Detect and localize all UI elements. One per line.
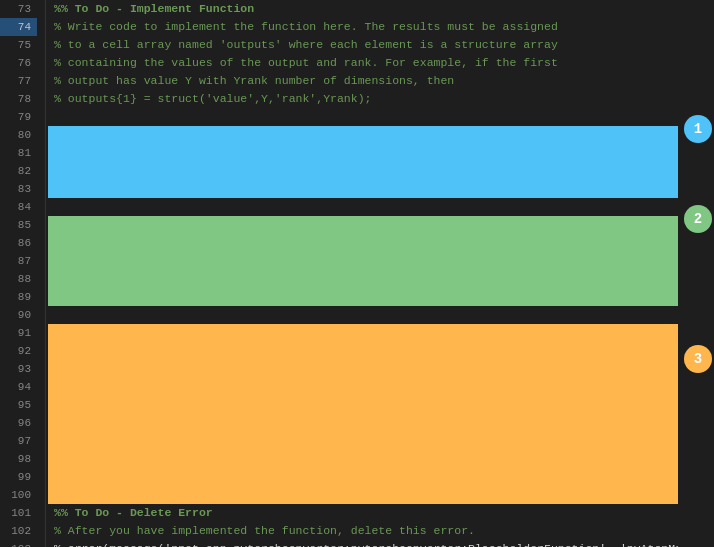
code-line-85: % Softplus function	[54, 216, 678, 234]
code-line-88: % Mish function	[54, 270, 678, 288]
code-line-91: % Determine rank and dimension format of…	[54, 324, 678, 342]
code-line-89: Yval = Xval .* tanh(Yval);	[54, 288, 678, 306]
code-line-93: Yfmt = repmat('U',1,Yrank);	[54, 360, 678, 378]
code-line-82: Xval = inputs{1}.value;	[54, 162, 678, 180]
line-number-77: 77	[0, 72, 37, 90]
line-number-95: 95	[0, 396, 37, 414]
line-number-100: 100	[0, 486, 37, 504]
line-number-73: 73	[0, 0, 37, 18]
line-number-101: 101	[0, 504, 37, 522]
code-line-87	[54, 252, 678, 270]
code-line-95: % Convert the output to a dlarray.	[54, 396, 678, 414]
line-number-103: 103	[0, 540, 37, 547]
line-number-80: 80	[0, 126, 37, 144]
line-number-102: 102	[0, 522, 37, 540]
line-number-92: 92	[0, 342, 37, 360]
line-number-96: 96	[0, 414, 37, 432]
code-line-94	[54, 378, 678, 396]
code-line-75: % to a cell array named 'outputs' where …	[54, 36, 678, 54]
code-line-76: % containing the values of the output an…	[54, 54, 678, 72]
code-line-86: Yval = log(1+exp(Xval));	[54, 234, 678, 252]
line-number-79: 79	[0, 108, 37, 126]
code-line-77: % output has value Y with Yrank number o…	[54, 72, 678, 90]
line-number-90: 90	[0, 306, 37, 324]
code-line-98: % Return a struct containing 'value' and…	[54, 450, 678, 468]
code-line-101: %% To Do - Delete Error	[54, 504, 678, 522]
code-line-97	[54, 432, 678, 450]
annotation-badge-3[interactable]: 3	[684, 345, 712, 373]
code-line-84	[54, 198, 678, 216]
line-number-87: 87	[0, 252, 37, 270]
line-numbers: 7374757677787980818283848586878889909192…	[0, 0, 46, 547]
code-line-83: Xrank = inputs{1}.rank;	[54, 180, 678, 198]
main-content: %% To Do - Implement Function% Write cod…	[46, 0, 714, 547]
line-number-83: 83	[0, 180, 37, 198]
annotation-badge-1[interactable]: 1	[684, 115, 712, 143]
code-line-80: % Extract the value and rank of X from t…	[54, 126, 678, 144]
code-line-103: % error(message('nnet_cnn_pytorchconvert…	[54, 540, 678, 547]
line-number-84: 84	[0, 198, 37, 216]
line-number-99: 99	[0, 468, 37, 486]
code-line-102: % After you have implemented the functio…	[54, 522, 678, 540]
code-line-78: % outputs{1} = struct('value',Y,'rank',Y…	[54, 90, 678, 108]
code-line-99: outputs{1} = struct('value',Yval,'rank',…	[54, 468, 678, 486]
code-line-73: %% To Do - Implement Function	[54, 0, 678, 18]
annotations-panel: 123	[678, 0, 714, 547]
line-number-76: 76	[0, 54, 37, 72]
line-number-81: 81	[0, 144, 37, 162]
line-number-75: 75	[0, 36, 37, 54]
line-number-97: 97	[0, 432, 37, 450]
line-number-91: 91	[0, 324, 37, 342]
line-number-74: 74	[0, 18, 37, 36]
line-number-86: 86	[0, 234, 37, 252]
line-number-93: 93	[0, 360, 37, 378]
annotation-badge-2[interactable]: 2	[684, 205, 712, 233]
code-line-79	[54, 108, 678, 126]
line-number-82: 82	[0, 162, 37, 180]
code-line-96: Yval = dlarray(Yval, Yfmt);	[54, 414, 678, 432]
line-number-85: 85	[0, 216, 37, 234]
code-line-90	[54, 306, 678, 324]
line-number-98: 98	[0, 450, 37, 468]
line-number-89: 89	[0, 288, 37, 306]
editor: 7374757677787980818283848586878889909192…	[0, 0, 714, 547]
line-number-88: 88	[0, 270, 37, 288]
code-line-74: % Write code to implement the function h…	[54, 18, 678, 36]
code-line-81: % are indexed in PyTorch order.	[54, 144, 678, 162]
code-line-100	[54, 486, 678, 504]
line-number-78: 78	[0, 90, 37, 108]
code-area[interactable]: %% To Do - Implement Function% Write cod…	[46, 0, 678, 547]
code-line-92: Yrank = Xrank;	[54, 342, 678, 360]
line-number-94: 94	[0, 378, 37, 396]
